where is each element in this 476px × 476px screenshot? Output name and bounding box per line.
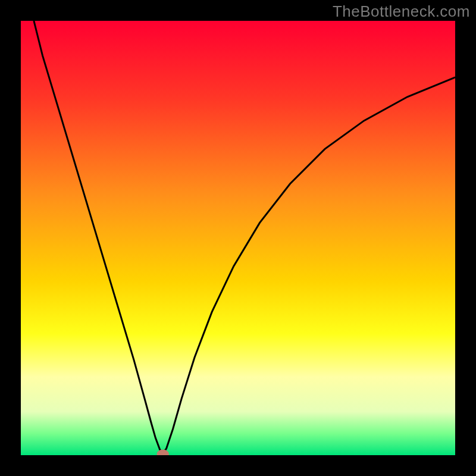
chart-container: TheBottleneck.com [0, 0, 476, 476]
watermark-text: TheBottleneck.com [333, 2, 470, 21]
gradient-background [21, 21, 455, 455]
plot-area [21, 21, 455, 455]
bottleneck-chart [21, 21, 455, 455]
